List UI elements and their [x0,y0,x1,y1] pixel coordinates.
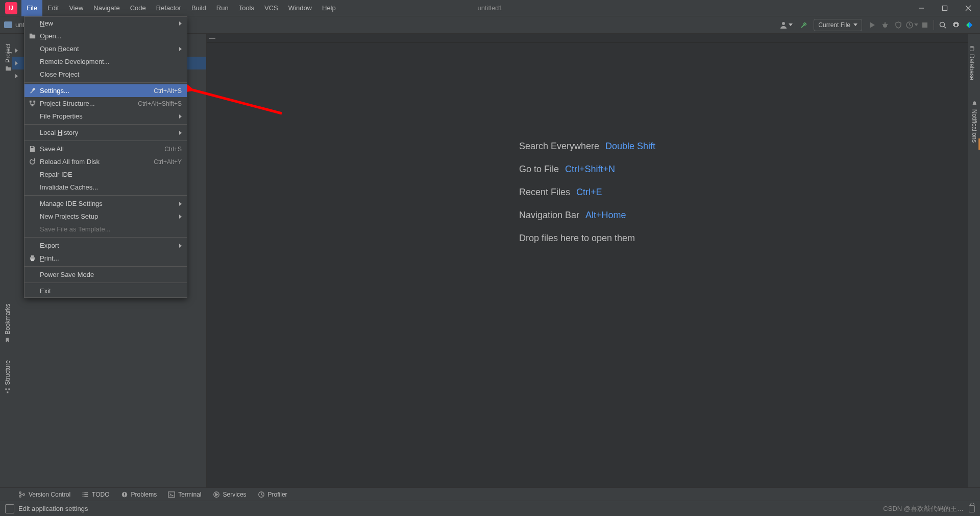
tool-services[interactable]: Services [213,491,247,498]
menu-build[interactable]: Build [186,0,211,16]
menu-item-label: Print... [40,254,59,262]
menu-item-close-project[interactable]: Close Project [24,68,187,81]
shortcut-label: Ctrl+Alt+Shift+S [138,100,182,107]
menu-edit[interactable]: Edit [42,0,64,16]
hint-recent-files: Recent FilesCtrl+E [519,187,655,198]
menu-item-label: Open... [40,32,62,40]
submenu-arrow-icon [179,202,182,206]
close-button[interactable] [957,0,980,16]
tab-database[interactable]: Database [968,45,975,80]
submenu-arrow-icon [179,47,182,51]
menu-navigate[interactable]: Navigate [88,0,125,16]
tab-bookmarks[interactable]: Bookmarks [4,303,11,343]
stop-button[interactable] [918,18,932,32]
menu-item-save-all[interactable]: Save AllCtrl+S [24,143,187,155]
run-configuration-selector[interactable]: Current File [814,19,862,31]
svg-rect-34 [83,496,84,497]
editor-area: — Search EverywhereDouble Shift Go to Fi… [206,34,968,501]
minimize-button[interactable] [910,0,933,16]
menu-item-invalidate-caches[interactable]: Invalidate Caches... [24,181,187,194]
tool-window-toggle-icon[interactable] [5,504,14,513]
svg-rect-20 [33,101,35,103]
menu-vcs[interactable]: VCS [259,0,283,16]
menu-file[interactable]: File [21,0,42,16]
submenu-arrow-icon [179,244,182,248]
folder-icon [28,32,36,40]
debug-button[interactable] [878,18,892,32]
menu-window[interactable]: Window [283,0,317,16]
menu-item-project-structure[interactable]: Project Structure...Ctrl+Alt+Shift+S [24,97,187,110]
svg-rect-22 [31,147,33,148]
hint-go-to-file: Go to FileCtrl+Shift+N [519,164,655,175]
menu-item-repair-ide[interactable]: Repair IDE [24,168,187,181]
tool-terminal[interactable]: Terminal [168,491,201,498]
hint-drop-files: Drop files here to open them [519,233,655,244]
blank-icon [28,171,36,179]
menu-item-remote-development[interactable]: Remote Development... [24,55,187,68]
menu-item-power-save-mode[interactable]: Power Save Mode [24,268,187,281]
profile-button[interactable] [905,18,918,32]
coverage-button[interactable] [892,18,905,32]
svg-rect-17 [7,391,8,393]
blank-icon [28,129,36,137]
tab-project[interactable]: Project [5,43,12,72]
menu-item-reload-all-from-disk[interactable]: Reload All from DiskCtrl+Alt+Y [24,155,187,168]
tool-profiler[interactable]: Profiler [258,491,287,498]
lock-icon[interactable] [969,505,975,512]
watermark-text: CSDN @喜欢敲代码的王… [883,504,964,513]
svg-rect-24 [31,255,34,257]
menu-item-file-properties[interactable]: File Properties [24,110,187,123]
menu-item-local-history[interactable]: Local History [24,126,187,139]
blank-icon [28,112,36,121]
menu-item-new[interactable]: New [24,17,187,30]
menu-separator [24,195,187,196]
menu-item-print[interactable]: Print... [24,252,187,265]
svg-point-11 [940,22,945,27]
blank-icon [28,19,36,28]
menu-view[interactable]: View [64,0,88,16]
gear-icon[interactable] [949,18,963,32]
menu-code[interactable]: Code [125,0,151,16]
tool-problems[interactable]: Problems [121,491,157,498]
menu-bar: File Edit View Navigate Code Refactor Bu… [21,0,341,16]
svg-line-12 [944,27,946,28]
menu-item-label: Local History [40,129,78,136]
search-icon[interactable] [936,18,949,32]
menu-refactor[interactable]: Refactor [151,0,186,16]
menu-item-label: Power Save Mode [40,271,94,278]
svg-rect-32 [83,494,84,495]
submenu-arrow-icon [179,215,182,219]
menu-item-settings[interactable]: Settings...Ctrl+Alt+S [24,84,187,97]
tab-structure[interactable]: Structure [4,360,11,394]
menu-run[interactable]: Run [211,0,234,16]
user-icon[interactable] [779,18,793,32]
menu-separator [24,283,187,283]
code-with-me-icon[interactable] [963,18,976,32]
menu-item-export[interactable]: Export [24,239,187,252]
menu-item-manage-ide-settings[interactable]: Manage IDE Settings [24,197,187,210]
build-hammer-icon[interactable] [797,18,811,32]
menu-help[interactable]: Help [317,0,341,16]
svg-rect-15 [5,388,7,390]
shortcut-label: Ctrl+Alt+Y [154,158,182,166]
menu-separator [24,124,187,125]
menu-item-new-projects-setup[interactable]: New Projects Setup [24,210,187,223]
svg-point-18 [970,46,974,48]
blank-icon [28,45,36,53]
menu-item-open[interactable]: Open... [24,30,187,42]
svg-point-29 [23,494,25,496]
menu-tools[interactable]: Tools [234,0,259,16]
maximize-button[interactable] [933,0,957,16]
menu-item-label: Manage IDE Settings [40,200,103,207]
menu-item-label: New Projects Setup [40,213,98,220]
tool-todo[interactable]: TODO [82,491,109,498]
blank-icon [28,271,36,279]
editor-tab-strip[interactable]: — [207,34,968,43]
tab-notifications[interactable]: Notifications [971,101,978,143]
menu-item-exit[interactable]: Exit [24,285,187,297]
menu-separator [24,140,187,141]
run-button[interactable] [865,18,878,32]
tool-version-control[interactable]: Version Control [18,491,70,498]
menu-item-open-recent[interactable]: Open Recent [24,42,187,55]
svg-point-27 [19,491,21,494]
